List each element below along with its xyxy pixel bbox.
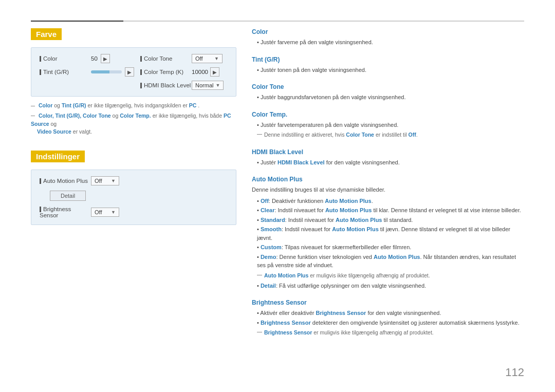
color-temp-value: 10000 [192,69,208,75]
right-hdmi-item: Justér HDMI Black Level for den valgte v… [257,158,524,167]
brightness-dropdown[interactable]: Off ▼ [91,208,119,217]
left-panel: Farve Color 50 ▶ Tint (G/R) [31,28,236,230]
colortemp-note: Denne indstilling er aktiveret, hvis Col… [252,130,524,139]
detail-button[interactable]: Detail [50,191,86,201]
right-tint-section: Tint (G/R) Justér tonen på den valgte vi… [252,56,524,74]
colortemp-note-offbold: Off [409,132,416,138]
right-color-title: Color [252,28,524,35]
right-brightness-section: Brightness Sensor Aktivér eller deaktivé… [252,299,524,337]
hdmi-label: HDMI Black Level [140,82,192,88]
right-automotion-item0: Off: Deaktivér funktionen Auto Motion Pl… [257,197,524,206]
auto-motion-dropdown[interactable]: Off ▼ [91,176,119,185]
color-tone-bar [140,56,142,62]
note2-videosource: Video Source [37,128,71,135]
tint-bar [40,69,41,75]
colortemp-note-colortonebold: Color Tone [346,132,374,138]
colortemp-note-dash [257,134,262,135]
brightness-note: Brightness Sensor er muligvis ikke tilgæ… [252,328,524,337]
color-temp-row: Color Temp (K) 10000 ▶ [140,67,228,77]
detail-btn-row: Detail [40,189,228,203]
right-colortone-section: Color Tone Justér baggrundsfarvetonen på… [252,83,524,102]
right-hdmi-section: HDMI Black Level Justér HDMI Black Level… [252,148,524,167]
farve-note2: Color, Tint (G/R), Color Tone og Color T… [31,112,236,136]
farve-settings-box: Color 50 ▶ Tint (G/R) ▶ [31,47,236,97]
color-temp-arrow-btn[interactable]: ▶ [210,67,219,77]
color-tone-label: Color Tone [140,55,192,62]
brightness-note-dash [257,332,262,332]
right-panel: Color Justér farverne på den valgte visn… [252,28,524,346]
right-color-item: Justér farverne på den valgte visningsen… [257,38,524,47]
indstillinger-settings-box: Auto Motion Plus Off ▼ Detail Brightness… [31,170,236,225]
auto-motion-chevron: ▼ [111,178,116,183]
note1-dash [31,106,35,106]
color-tone-row: Color Tone Off ▼ [140,54,228,63]
note2-colortemp: Color Temp. [120,113,151,119]
right-automotion-item1: Clear: Indstil niveauet for Auto Motion … [257,206,524,215]
right-colortemp-item: Justér farvetemperaturen på den valgte v… [257,121,524,129]
color-tone-value: Off [195,55,202,62]
hdmi-dropdown[interactable]: Normal ▼ [192,81,224,90]
right-automotion-item4: Custom: Tilpas niveauet for skærmefterbi… [257,243,524,252]
right-hdmi-bold: HDMI Black Level [278,159,325,165]
right-automotion-item2: Standard: Indstil niveauet for Auto Moti… [257,216,524,225]
right-tint-title: Tint (G/R) [252,56,524,63]
right-automotion-detail: Detail: Få vist udførlige oplysninger om… [257,282,524,290]
note2-color: Color, Tint (G/R), Color Tone [39,113,111,119]
right-tint-item: Justér tonen på den valgte visningsenhed… [257,66,524,74]
farve-note1: Color og Tint (G/R) er ikke tilgængelig,… [31,102,236,110]
right-colortemp-body: Justér farvetemperaturen på den valgte v… [252,121,524,139]
right-color-body: Justér farverne på den valgte visningsen… [252,38,524,47]
hdmi-chevron: ▼ [215,83,220,88]
right-automotion-intro: Denne indstilling bruges til at vise dyn… [252,185,524,195]
farve-left-col: Color 50 ▶ Tint (G/R) ▶ [40,54,134,90]
tint-arrow-btn[interactable]: ▶ [125,67,134,77]
auto-motion-bar [40,178,41,184]
right-hdmi-body: Justér HDMI Black Level for den valgte v… [252,158,524,167]
right-brightness-title: Brightness Sensor [252,299,524,306]
note2-dash [31,116,35,116]
brightness-chevron: ▼ [111,210,116,215]
right-color-section: Color Justér farverne på den valgte visn… [252,28,524,47]
right-brightness-item0: Aktivér eller deaktivér Brightness Senso… [257,309,524,318]
color-tone-chevron: ▼ [214,56,219,61]
color-tone-dropdown[interactable]: Off ▼ [192,54,223,63]
right-colortone-body: Justér baggrundsfarvetonen på den valgte… [252,93,524,102]
color-bar [40,56,41,62]
color-temp-label: Color Temp (K) [140,69,192,75]
right-tint-body: Justér tonen på den valgte visningsenhed… [252,66,524,74]
note1-color: Color [39,102,52,108]
farve-right-col: Color Tone Off ▼ Color Temp (K) 10000 ▶ [134,54,228,90]
hdmi-row: HDMI Black Level Normal ▼ [140,81,228,90]
right-brightness-item1: Brightness Sensor detekterer den omgiven… [257,319,524,327]
color-value: 50 [91,55,98,62]
brightness-bar [40,207,41,212]
auto-motion-label: Auto Motion Plus [40,178,91,184]
color-row: Color 50 ▶ [40,54,134,63]
right-automotion-section: Auto Motion Plus Denne indstilling bruge… [252,176,524,290]
right-automotion-item5: Demo: Denne funktion viser teknologien v… [257,253,524,270]
right-colortemp-title: Color Temp. [252,111,524,118]
note1-tint: Tint (G/R) [62,102,86,108]
automotion-note: Auto Motion Plus er muligvis ikke tilgæn… [252,271,524,280]
right-brightness-body: Aktivér eller deaktivér Brightness Senso… [252,309,524,337]
indstillinger-section: Indstillinger Auto Motion Plus Off ▼ Det… [31,151,236,225]
tint-row: Tint (G/R) ▶ [40,67,134,77]
color-arrow-btn[interactable]: ▶ [101,54,110,63]
auto-motion-row: Auto Motion Plus Off ▼ [40,176,228,185]
color-temp-bar [140,69,142,75]
note1-pc: PC [189,102,197,108]
right-automotion-title: Auto Motion Plus [252,176,524,183]
right-colortemp-section: Color Temp. Justér farvetemperaturen på … [252,111,524,139]
right-colortone-title: Color Tone [252,83,524,90]
auto-motion-value: Off [95,178,102,184]
top-border [31,21,524,22]
right-hdmi-title: HDMI Black Level [252,148,524,156]
brightness-label: Brightness Sensor [40,206,91,218]
indstillinger-title: Indstillinger [31,151,85,162]
color-label: Color [40,55,91,62]
page-number: 112 [505,366,524,379]
brightness-row: Brightness Sensor Off ▼ [40,206,228,218]
tint-slider[interactable] [91,70,122,73]
right-colortone-item: Justér baggrundsfarvetonen på den valgte… [257,93,524,102]
farve-grid: Color 50 ▶ Tint (G/R) ▶ [40,54,228,90]
